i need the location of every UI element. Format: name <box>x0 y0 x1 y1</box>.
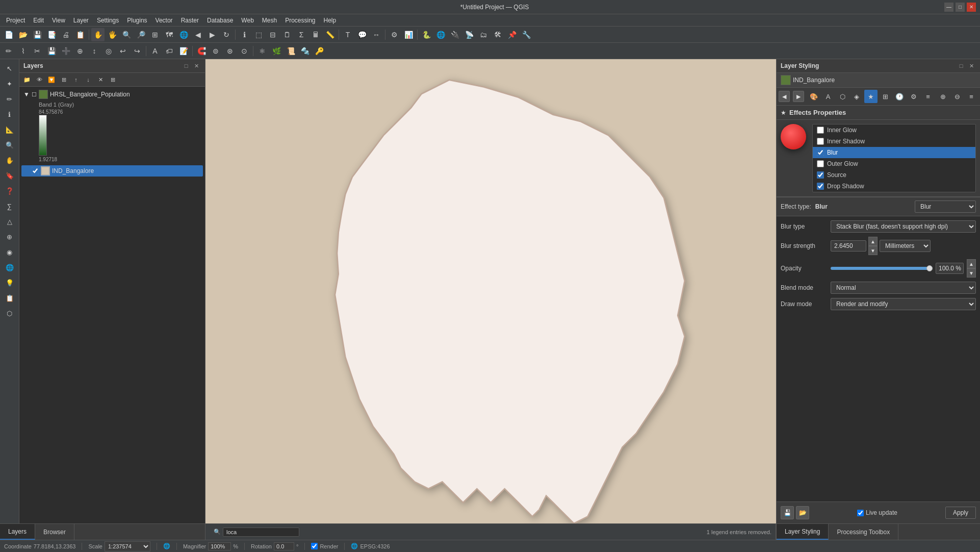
tb-pan2[interactable]: 🖐 <box>106 28 119 41</box>
blur-type-select[interactable]: Stack Blur (fast, doesn't support high d… <box>831 220 976 233</box>
tb-snap4[interactable]: ⊙ <box>238 44 251 58</box>
tb-move-anno[interactable]: ↔ <box>370 28 383 41</box>
effect-inner-glow-check[interactable] <box>817 127 824 134</box>
tool-bookmark[interactable]: 🔖 <box>3 168 17 183</box>
style-vars-btn[interactable]: ⚙ <box>907 90 920 103</box>
effect-inner-shadow-check[interactable] <box>817 138 824 145</box>
style-extra2[interactable]: ⊖ <box>950 90 964 103</box>
blur-unit-select[interactable]: Millimeters Pixels Points <box>880 240 931 252</box>
style-label-btn[interactable]: A <box>821 90 835 103</box>
tool-identify[interactable]: ℹ <box>3 107 17 121</box>
tab-layer-styling[interactable]: Layer Styling <box>777 524 829 540</box>
tb-print[interactable]: 🖨 <box>59 28 72 41</box>
tab-browser[interactable]: Browser <box>35 524 74 540</box>
style-paint-btn[interactable]: 🎨 <box>807 90 820 103</box>
magnifier-input[interactable] <box>208 542 231 550</box>
layer-filter[interactable]: 🔽 <box>46 74 57 85</box>
tb-text[interactable]: T <box>341 28 354 41</box>
layer-item-ind-bangalore[interactable]: IND_Bangalore <box>21 165 203 177</box>
tb-ext1[interactable]: 🔌 <box>448 28 461 41</box>
tb-ext9[interactable]: 🔑 <box>313 44 326 58</box>
tb-calculator[interactable]: 🖩 <box>309 28 322 41</box>
layer-down[interactable]: ↓ <box>83 74 94 85</box>
tb-measure[interactable]: 📏 <box>323 28 337 41</box>
tb-select-feat[interactable]: ⬚ <box>252 28 265 41</box>
tb-attr-table[interactable]: 🗒 <box>280 28 294 41</box>
effect-outer-glow-check[interactable] <box>817 160 824 167</box>
tool-edit[interactable]: ✏ <box>3 92 17 106</box>
style-extra3[interactable]: ≡ <box>965 90 978 103</box>
style-rendering-btn[interactable]: ⊞ <box>879 90 892 103</box>
effect-inner-shadow[interactable]: Inner Shadow <box>813 136 975 147</box>
style-3d-btn[interactable]: ◈ <box>850 90 863 103</box>
layer-toggle-vis[interactable]: 👁 <box>34 74 45 85</box>
style-mask-btn[interactable]: ⬡ <box>836 90 849 103</box>
tb-web[interactable]: 🌐 <box>434 28 447 41</box>
tb-add-feat[interactable]: ➕ <box>59 44 72 58</box>
tb-python[interactable]: 🐍 <box>420 28 433 41</box>
effect-drop-shadow-check[interactable] <box>817 183 824 190</box>
menu-settings[interactable]: Settings <box>93 16 123 25</box>
maximize-button[interactable]: □ <box>956 3 965 12</box>
menu-raster[interactable]: Raster <box>177 16 203 25</box>
close-button[interactable]: ✕ <box>967 3 976 12</box>
style-back-btn[interactable]: ◀ <box>779 91 790 102</box>
blend-mode-select[interactable]: Normal Multiply Screen Overlay <box>831 282 976 294</box>
tab-processing-toolbox[interactable]: Processing Toolbox <box>829 524 898 540</box>
blur-strength-input[interactable] <box>831 240 866 252</box>
opacity-spin-up[interactable]: ▲ <box>967 259 976 268</box>
tb-zoom-prev[interactable]: ◀ <box>191 28 204 41</box>
tb-zoom-sel[interactable]: ⊞ <box>148 28 162 41</box>
style-forward-btn[interactable]: ▶ <box>793 91 804 102</box>
layer-up[interactable]: ↑ <box>70 74 82 85</box>
tb-snap3[interactable]: ⊛ <box>223 44 237 58</box>
tb-new[interactable]: 📄 <box>2 28 15 41</box>
draw-mode-select[interactable]: Render and modify Render only Modifier o… <box>831 298 976 310</box>
effect-outer-glow[interactable]: Outer Glow <box>813 158 975 169</box>
tb-pencil[interactable]: ✏ <box>2 44 15 58</box>
tb-zoom-in[interactable]: 🔍 <box>120 28 133 41</box>
tb-zoom-next[interactable]: ▶ <box>205 28 219 41</box>
tb-stat[interactable]: Σ <box>295 28 308 41</box>
panel-close[interactable]: ✕ <box>192 61 201 70</box>
tb-script[interactable]: 📜 <box>284 44 297 58</box>
menu-mesh[interactable]: Mesh <box>258 16 281 25</box>
tb-ext6[interactable]: 🔧 <box>520 28 533 41</box>
style-save-btn[interactable]: 💾 <box>781 506 794 519</box>
tool-select[interactable]: ↖ <box>3 61 17 76</box>
style-load-btn[interactable]: 📂 <box>796 506 809 519</box>
layer-filter2[interactable]: ⊞ <box>58 74 69 85</box>
layer-expand[interactable]: ⊞ <box>107 74 118 85</box>
minimize-button[interactable]: — <box>944 3 953 12</box>
apply-button[interactable]: Apply <box>945 507 976 519</box>
menu-edit[interactable]: Edit <box>29 16 48 25</box>
effect-blur[interactable]: Blur <box>813 147 975 158</box>
tb-zoom-full[interactable]: 🌐 <box>177 28 190 41</box>
tb-label3[interactable]: 📝 <box>177 44 190 58</box>
style-extra1[interactable]: ⊕ <box>936 90 949 103</box>
tool-georef[interactable]: 🌐 <box>3 260 17 274</box>
tb-move-feat[interactable]: ↕ <box>88 44 101 58</box>
render-checkbox[interactable] <box>311 543 318 549</box>
tb-edit-mode[interactable]: ✂ <box>31 44 44 58</box>
rotation-input[interactable] <box>274 542 294 550</box>
tb-trace[interactable]: ⌇ <box>16 44 30 58</box>
tb-deselect[interactable]: ⊟ <box>266 28 279 41</box>
layer-group-header-hrsl[interactable]: ▼ ☐ HRSL_Bangalore_Population <box>21 89 203 100</box>
tb-identify[interactable]: ℹ <box>238 28 251 41</box>
tb-digitize2[interactable]: ⊕ <box>73 44 87 58</box>
search-input[interactable] <box>223 528 299 537</box>
tb-refresh[interactable]: ↻ <box>220 28 233 41</box>
tb-save[interactable]: 💾 <box>31 28 44 41</box>
effect-type-select[interactable]: Blur <box>915 200 976 213</box>
tool-measure[interactable]: 📐 <box>3 122 17 137</box>
tb-undo[interactable]: ↩ <box>116 44 130 58</box>
tb-label2[interactable]: 🏷 <box>163 44 176 58</box>
menu-project[interactable]: Project <box>2 16 29 25</box>
opacity-value-input[interactable] <box>936 263 964 274</box>
tb-pan[interactable]: ✋ <box>91 28 105 41</box>
tool-custom[interactable]: ⬡ <box>3 306 17 320</box>
menu-help[interactable]: Help <box>320 16 341 25</box>
style-temporal-btn[interactable]: 🕐 <box>893 90 906 103</box>
tool-zoom[interactable]: 🔍 <box>3 138 17 152</box>
